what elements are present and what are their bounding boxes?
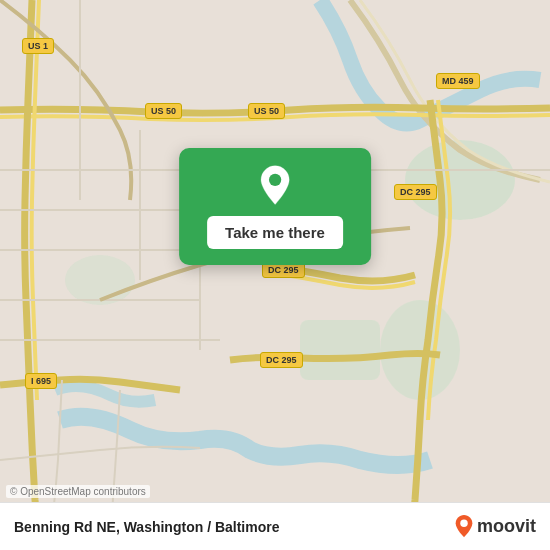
road-label-i695: I 695 [25, 373, 57, 389]
road-label-us1: US 1 [22, 38, 54, 54]
svg-point-14 [460, 519, 467, 526]
popup-card: Take me there [179, 148, 371, 265]
svg-point-4 [65, 255, 135, 305]
road-label-us50-right: US 50 [248, 103, 285, 119]
moovit-pin-icon [453, 514, 475, 540]
svg-rect-3 [300, 320, 380, 380]
location-info: Benning Rd NE, Washington / Baltimore [14, 519, 279, 535]
location-pin-icon [253, 164, 297, 208]
location-name: Benning Rd NE, Washington / Baltimore [14, 519, 279, 535]
svg-point-13 [269, 174, 281, 186]
map-container: US 1 US 50 US 50 MD 459 DC 295 DC 295 DC… [0, 0, 550, 550]
osm-attribution: © OpenStreetMap contributors [6, 485, 150, 498]
road-label-us50-left: US 50 [145, 103, 182, 119]
moovit-brand-text: moovit [477, 516, 536, 537]
moovit-logo: moovit [453, 514, 536, 540]
road-label-md459: MD 459 [436, 73, 480, 89]
road-label-dc295-right: DC 295 [394, 184, 437, 200]
bottom-bar: Benning Rd NE, Washington / Baltimore mo… [0, 502, 550, 550]
take-me-there-button[interactable]: Take me there [207, 216, 343, 249]
road-label-dc295-low: DC 295 [260, 352, 303, 368]
